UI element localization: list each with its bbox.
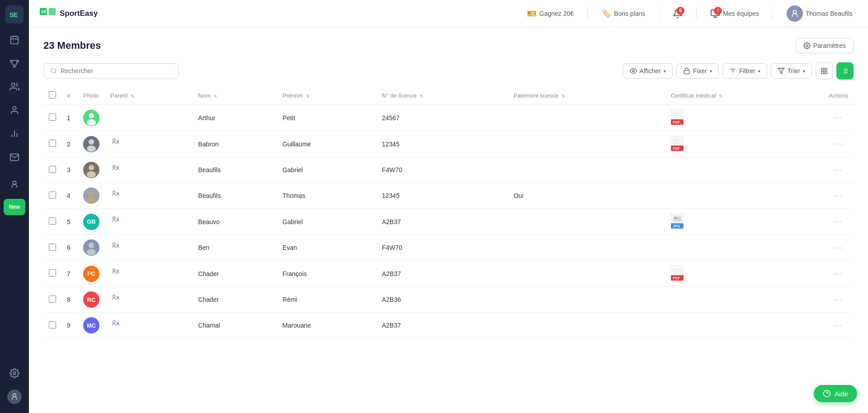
fixer-button[interactable]: Fixer ▾	[676, 63, 719, 79]
notifications-action[interactable]: 6	[668, 6, 687, 21]
earn-action[interactable]: 🎫 Gagnez 20€	[522, 6, 578, 21]
row-checkbox[interactable]	[49, 166, 56, 173]
trier-button[interactable]: Trier ▾	[771, 63, 812, 79]
row-actions: ···	[823, 235, 854, 261]
row-actions: ···	[823, 131, 854, 157]
header-certificat[interactable]: Certificat médical ⇅	[665, 87, 823, 105]
sidebar-item-calendar[interactable]	[4, 29, 25, 51]
sidebar-new-button[interactable]: New	[4, 199, 25, 215]
my-teams-badge: !	[714, 7, 722, 15]
my-teams-action[interactable]: ! Mes équipes	[706, 6, 763, 21]
table-row: 4BeaufilsThomas12345Oui···	[43, 183, 854, 209]
sidebar-item-stats[interactable]	[4, 123, 25, 145]
svg-point-12	[13, 372, 16, 375]
row-num: 4	[61, 183, 78, 209]
svg-marker-27	[778, 68, 784, 74]
row-paiement	[508, 105, 665, 131]
row-certificat	[665, 287, 823, 313]
row-certificat	[665, 313, 823, 338]
more-actions-button[interactable]: ···	[834, 113, 843, 122]
svg-point-80	[113, 269, 116, 272]
navbar-actions: 🎫 Gagnez 20€ 🏷️ Bons plans 6 !	[522, 3, 857, 24]
more-actions-button[interactable]: ···	[834, 165, 843, 174]
sidebar-item-user-avatar[interactable]	[4, 386, 25, 408]
svg-point-49	[87, 145, 96, 152]
svg-rect-29	[825, 68, 827, 70]
navbar: SE SportEasy 🎫 Gagnez 20€ 🏷️ Bons plans …	[29, 0, 868, 27]
my-teams-icon-wrap: !	[710, 9, 720, 19]
sidebar-item-trophy[interactable]	[4, 52, 25, 74]
more-actions-button[interactable]: ···	[834, 243, 843, 252]
svg-rect-31	[825, 71, 827, 74]
svg-point-13	[13, 394, 16, 397]
header-prenom[interactable]: Prénom ⇅	[277, 87, 377, 105]
row-num: 8	[61, 287, 78, 313]
svg-point-79	[117, 244, 119, 246]
aide-button[interactable]: Aide	[814, 385, 857, 402]
more-actions-button[interactable]: ···	[834, 191, 843, 200]
aide-icon	[823, 390, 831, 398]
jpg-file-icon[interactable]: JPG	[671, 223, 684, 230]
svg-point-48	[89, 139, 94, 145]
sidebar-item-user-manage[interactable]	[4, 174, 25, 195]
sidebar-item-profile[interactable]	[4, 99, 25, 121]
row-prenom: Rémi	[277, 287, 377, 313]
svg-point-69	[117, 218, 119, 220]
table-row: 9MCChamalMarouaneA2B37···	[43, 313, 854, 338]
select-all-checkbox[interactable]	[49, 91, 56, 99]
filtrer-button[interactable]: Filtrer ▾	[722, 63, 767, 79]
row-parent	[105, 157, 193, 183]
table-row: 8RCChaderRémiA2B36···	[43, 287, 854, 313]
row-checkbox[interactable]	[49, 296, 56, 303]
members-table: # Photo Parent ⇅ Nom ⇅ Prénom ⇅ N° de li…	[43, 87, 854, 338]
row-license: A2B37	[377, 313, 508, 338]
more-actions-button[interactable]: ···	[834, 217, 843, 226]
more-actions-button[interactable]: ···	[834, 269, 843, 278]
row-checkbox[interactable]	[49, 321, 56, 329]
pdf-file-icon[interactable]: PDF	[671, 275, 684, 282]
row-checkbox[interactable]	[49, 244, 56, 251]
row-nom: Arthur	[193, 105, 277, 131]
row-checkbox[interactable]	[49, 217, 56, 225]
row-checkbox[interactable]	[49, 140, 56, 147]
more-actions-button[interactable]: ···	[834, 139, 843, 148]
table-body: 1ArthurPetit24567PDF···2BabronGuillaume1…	[43, 105, 854, 338]
svg-rect-23	[684, 70, 689, 74]
sidebar-logo[interactable]: SE	[5, 5, 24, 23]
bons-plans-action[interactable]: 🏷️ Bons plans	[597, 6, 650, 21]
row-prenom: Petit	[277, 105, 377, 131]
svg-point-11	[13, 181, 16, 184]
row-prenom: Gabriel	[277, 157, 377, 183]
row-checkbox[interactable]	[49, 192, 56, 199]
pdf-file-icon[interactable]: PDF	[671, 119, 684, 126]
svg-line-21	[55, 72, 56, 74]
toolbar: Afficher ▾ Fixer ▾ Filtrer ▾ Trier ▾	[43, 62, 854, 80]
header-license[interactable]: N° de licence ⇅	[377, 87, 508, 105]
chevron-down-icon-2: ▾	[710, 69, 712, 74]
row-certificat: PDF	[665, 131, 823, 157]
row-actions: ···	[823, 287, 854, 313]
list-view-button[interactable]	[836, 62, 854, 80]
header-parent[interactable]: Parent ⇅	[105, 87, 193, 105]
params-button[interactable]: Paramètres	[796, 38, 854, 53]
chevron-down-icon-3: ▾	[758, 69, 760, 74]
sidebar-item-team[interactable]	[4, 76, 25, 98]
svg-point-7	[13, 107, 16, 110]
row-checkbox[interactable]	[49, 269, 56, 277]
more-actions-button[interactable]: ···	[834, 321, 843, 330]
more-actions-button[interactable]: ···	[834, 295, 843, 304]
pdf-file-icon[interactable]: PDF	[671, 145, 684, 152]
row-num: 2	[61, 131, 78, 157]
user-profile-action[interactable]: Thomas Beaufils	[782, 3, 857, 24]
row-nom: Babron	[193, 131, 277, 157]
search-input[interactable]	[61, 67, 172, 75]
grid-view-button[interactable]	[816, 62, 833, 80]
sidebar-item-mail[interactable]	[4, 146, 25, 168]
sidebar-item-settings[interactable]	[4, 362, 25, 384]
header-paiement[interactable]: Paiement licence ⇅	[508, 87, 665, 105]
header-nom[interactable]: Nom ⇅	[193, 87, 277, 105]
row-num: 9	[61, 313, 78, 338]
search-box[interactable]	[43, 63, 179, 79]
row-checkbox[interactable]	[49, 113, 56, 121]
afficher-button[interactable]: Afficher ▾	[623, 63, 673, 79]
